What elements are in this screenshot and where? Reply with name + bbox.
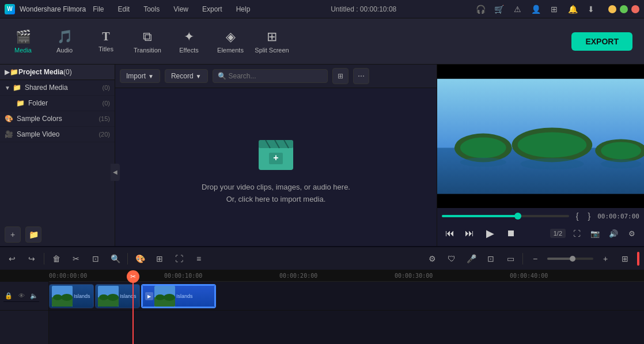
person-icon[interactable]: 👤	[530, 3, 541, 15]
lock-track-icon[interactable]: 🔒	[3, 290, 14, 301]
video-clip-2[interactable]: Islands	[95, 284, 140, 308]
delete-button[interactable]: 🗑	[49, 251, 64, 266]
svg-point-29	[164, 294, 175, 301]
zoom-out-button[interactable]: −	[528, 251, 543, 266]
in-point-bracket[interactable]: {	[574, 211, 581, 221]
audio-eq-button[interactable]: ≡	[191, 251, 206, 266]
record-button[interactable]: Record ▼	[165, 69, 208, 83]
search-input[interactable]	[229, 72, 323, 80]
svg-point-20	[53, 294, 62, 300]
settings-button[interactable]: ⚙	[624, 226, 639, 241]
menu-edit[interactable]: Edit	[116, 4, 132, 14]
zoom-thumb[interactable]	[570, 256, 575, 262]
project-media-chevron: ▶	[5, 68, 10, 76]
toolbar-audio[interactable]: 🎵 Audio	[44, 21, 85, 62]
slider-thumb[interactable]	[514, 213, 521, 220]
headphone-icon[interactable]: 🎧	[475, 3, 486, 15]
download-icon[interactable]: ⬇	[585, 3, 597, 15]
menu-tools[interactable]: Tools	[141, 4, 162, 14]
zoom-slider[interactable]	[547, 258, 593, 260]
sample-video-row[interactable]: 🎥 Sample Video (20)	[0, 127, 115, 142]
split-screen-label: Split Screen	[255, 47, 289, 54]
toolbar-titles[interactable]: T Titles	[85, 21, 127, 62]
tl-subtitle-button[interactable]: ▭	[503, 251, 518, 266]
import-button[interactable]: Import ▼	[120, 69, 160, 83]
shared-media-row[interactable]: ▼ 📁 Shared Media (0)	[0, 80, 115, 96]
grid-icon[interactable]: ⊞	[548, 3, 560, 15]
toolbar-effects[interactable]: ✦ Effects	[168, 21, 210, 62]
media-panel: Import ▼ Record ▼ 🔍 ⊞ ⋯	[115, 65, 437, 246]
video-clip-1[interactable]: Islands	[49, 284, 94, 308]
maximize-button[interactable]	[620, 5, 628, 13]
redo-button[interactable]: ↪	[24, 251, 39, 266]
cart-icon[interactable]: 🛒	[493, 3, 505, 15]
effects-label: Effects	[179, 47, 198, 54]
menu-export[interactable]: Export	[200, 4, 225, 14]
step-back-button[interactable]: ⏭	[461, 225, 478, 241]
alert-icon[interactable]: ⚠	[512, 3, 523, 15]
tl-motion-button[interactable]: ⚙	[425, 251, 440, 266]
undo-button[interactable]: ↩	[5, 251, 20, 266]
toolbar-elements[interactable]: ◈ Elements	[210, 21, 251, 62]
settings-icon: ⚙	[628, 229, 635, 238]
full-screen-preview-button[interactable]: ⛶	[569, 226, 584, 241]
mute-track-icon[interactable]: 👁	[16, 290, 26, 301]
menu-help[interactable]: Help	[234, 4, 253, 14]
clip-props-button[interactable]: ⊞	[152, 251, 167, 266]
color-icon: 🎨	[135, 254, 145, 263]
menu-view[interactable]: View	[171, 4, 191, 14]
crop-button[interactable]: ⊡	[88, 251, 103, 266]
folder-row[interactable]: 📁 Folder (0)	[0, 96, 115, 111]
zoom-slider-area[interactable]	[547, 258, 593, 260]
quality-selector[interactable]: 1/2	[550, 229, 566, 238]
grid-view-button[interactable]: ⋯	[353, 68, 369, 84]
stop-button[interactable]: ⏹	[503, 225, 519, 241]
video-clip-3[interactable]: ▶ Islands	[141, 284, 216, 308]
color-button[interactable]: 🎨	[132, 251, 147, 266]
sample-video-count: (20)	[99, 131, 110, 138]
undo-icon: ↩	[9, 254, 16, 263]
shared-media-count: (0)	[103, 84, 110, 91]
minimize-button[interactable]	[608, 5, 616, 13]
export-button[interactable]: EXPORT	[571, 32, 632, 51]
volume-button[interactable]: 🔊	[606, 226, 621, 241]
fit-button[interactable]: ⊞	[618, 251, 632, 266]
hide-track-icon[interactable]: 🔈	[29, 290, 39, 301]
current-time-display: 00:00:07:00	[597, 213, 639, 220]
tl-separator-3	[522, 253, 523, 264]
search-box[interactable]: 🔍	[213, 69, 328, 83]
filter-button[interactable]: ⊞	[332, 68, 348, 84]
new-folder-button[interactable]: 📁	[25, 226, 41, 243]
playhead-handle[interactable]: ✂	[127, 270, 139, 283]
snapshot-icon: 📷	[590, 229, 600, 238]
clip-play-button-3[interactable]: ▶	[145, 292, 153, 300]
zoom-in-button[interactable]: +	[598, 251, 613, 266]
cut-button[interactable]: ✂	[69, 251, 84, 266]
out-point-bracket[interactable]: }	[585, 211, 593, 221]
timeline-scrubber[interactable]	[442, 215, 569, 217]
menu-file[interactable]: File	[90, 4, 106, 14]
tl-shield-button[interactable]: 🛡	[444, 251, 459, 266]
media-icon: 🎬	[16, 29, 31, 44]
timeline-content: 🔒 👁 🔈 00:00:00:00 00:00:10:00 00:00:20:0…	[0, 270, 644, 344]
project-media-header[interactable]: ▶ 📁 Project Media (0)	[0, 65, 115, 80]
toolbar-split-screen[interactable]: ⊞ Split Screen	[251, 21, 293, 62]
media-drop-area[interactable]: + Drop your video clips, images, or audi…	[115, 88, 437, 246]
play-button[interactable]: ▶	[481, 224, 499, 243]
snapshot-button[interactable]: 📷	[588, 226, 603, 241]
close-button[interactable]	[631, 5, 639, 13]
fullscreen-tl-button[interactable]: ⛶	[172, 251, 187, 266]
toolbar-transition[interactable]: ⧉ Transition	[127, 21, 168, 62]
toolbar-separator-2	[127, 253, 128, 264]
panel-collapse-button[interactable]: ◀	[111, 164, 120, 181]
snapshot-tl-button[interactable]: 🔍	[108, 251, 123, 266]
rewind-button[interactable]: ⏮	[442, 225, 458, 241]
time-mark-2: 00:00:20:00	[279, 273, 317, 279]
sample-colors-row[interactable]: 🎨 Sample Colors (15)	[0, 111, 115, 127]
tl-mic-button[interactable]: 🎤	[464, 251, 479, 266]
tl-overlay-button[interactable]: ⊡	[483, 251, 498, 266]
shield-icon: 🛡	[448, 254, 456, 263]
add-folder-button[interactable]: +	[5, 226, 21, 243]
toolbar-media[interactable]: 🎬 Media	[2, 21, 44, 62]
bell-icon[interactable]: 🔔	[567, 3, 578, 15]
